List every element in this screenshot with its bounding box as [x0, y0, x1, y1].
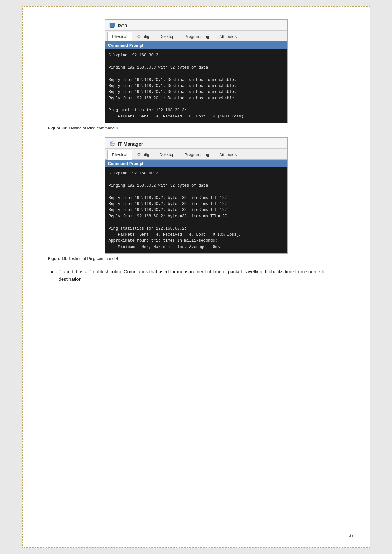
figure-38-label: Figure 38:: [48, 126, 68, 130]
tabs-bar-pc0: Physical Config Desktop Programming Attr…: [105, 31, 287, 41]
terminal-it-manager: C:\>ping 192.168.60.2 Pinging 192.168.60…: [105, 167, 287, 253]
tab-config-it[interactable]: Config: [133, 150, 154, 159]
svg-rect-0: [110, 23, 115, 27]
figure-39-caption: Figure 39: Testing of Ping command 4: [48, 256, 344, 261]
device-title-it-manager: IT Manager: [118, 141, 143, 147]
tab-config-pc0[interactable]: Config: [133, 32, 154, 41]
tab-programming-pc0[interactable]: Programming: [180, 32, 214, 41]
pc-icon: [109, 22, 116, 29]
device-title-pc0: PC0: [118, 23, 127, 28]
bullet-dot: •: [51, 268, 57, 276]
svg-rect-1: [111, 27, 113, 27]
page: PC0 Physical Config Desktop Programming …: [22, 6, 370, 548]
command-prompt-bar-it: Command Prompt: [105, 160, 287, 167]
svg-rect-2: [110, 27, 114, 28]
it-manager-icon: [109, 140, 116, 147]
device-window-it-manager: IT Manager Physical Config Desktop Progr…: [105, 137, 288, 254]
tab-physical-it[interactable]: Physical: [107, 150, 132, 160]
figure-38-block: PC0 Physical Config Desktop Programming …: [48, 19, 344, 130]
device-title-bar-it-manager: IT Manager: [105, 138, 287, 149]
tab-desktop-it[interactable]: Desktop: [155, 150, 179, 159]
figure-39-label: Figure 39:: [48, 256, 68, 261]
tab-attributes-it[interactable]: Attributes: [214, 150, 241, 159]
figure-38-caption-text: Testing of Ping command 3: [69, 126, 118, 130]
tab-physical-pc0[interactable]: Physical: [107, 32, 132, 41]
tab-attributes-pc0[interactable]: Attributes: [214, 32, 241, 41]
bullet-section: • Tracert: It is a Troubleshooting Comma…: [48, 268, 344, 283]
page-number: 37: [349, 533, 354, 538]
bullet-tracert-text: Tracert: It is a Troubleshooting Command…: [59, 268, 344, 283]
terminal-pc0: C:\>ping 192.168.30.3 Pinging 192.168.30…: [105, 49, 287, 123]
figure-39-caption-text: Testing of Ping command 4: [69, 256, 118, 261]
tab-programming-it[interactable]: Programming: [180, 150, 214, 159]
device-title-bar-pc0: PC0: [105, 20, 287, 31]
command-prompt-bar-pc0: Command Prompt: [105, 41, 287, 49]
figure-38-caption: Figure 38: Testing of Ping command 3: [48, 126, 344, 130]
figure-39-block: IT Manager Physical Config Desktop Progr…: [48, 137, 344, 261]
bullet-item-tracert: • Tracert: It is a Troubleshooting Comma…: [51, 268, 344, 283]
device-window-pc0: PC0 Physical Config Desktop Programming …: [105, 19, 288, 123]
tabs-bar-it-manager: Physical Config Desktop Programming Attr…: [105, 149, 287, 160]
tab-desktop-pc0[interactable]: Desktop: [155, 32, 179, 41]
